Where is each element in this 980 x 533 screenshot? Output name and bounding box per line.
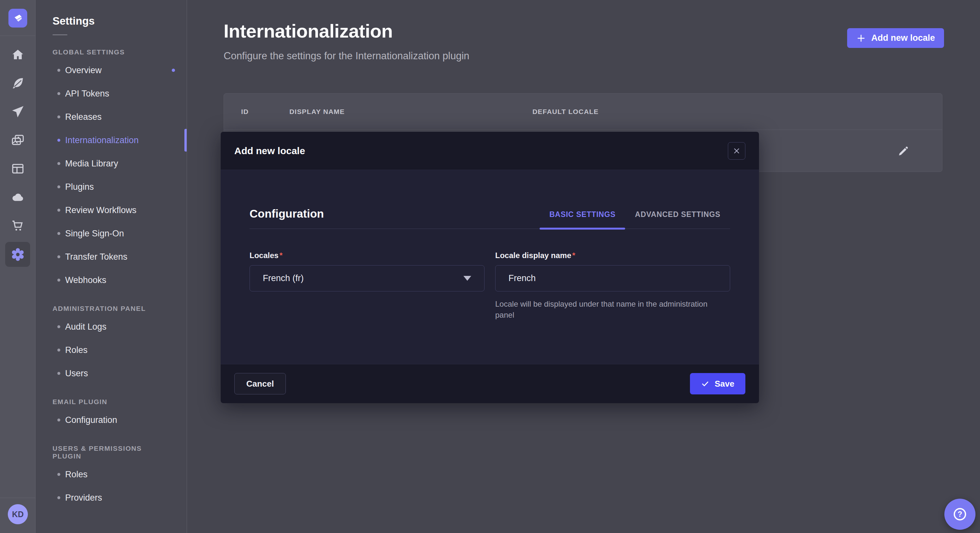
paper-plane-icon[interactable] <box>11 105 25 119</box>
sidebar-item-single-sign-on[interactable]: Single Sign-On <box>36 222 187 245</box>
table-header-row: IDDISPLAY NAMEDEFAULT LOCALE <box>224 94 942 130</box>
display-name-hint: Locale will be displayed under that name… <box>495 298 722 320</box>
bullet-icon <box>57 69 60 72</box>
bullet-icon <box>57 116 60 119</box>
cart-icon[interactable] <box>11 219 25 233</box>
nav-item-list: OverviewAPI TokensReleasesInternationali… <box>36 59 187 292</box>
add-locale-modal: Add new locale Configuration BASIC SETTI… <box>221 132 759 403</box>
bullet-icon <box>57 419 60 422</box>
pencil-icon <box>897 145 910 157</box>
plus-icon <box>856 33 866 43</box>
bullet-icon <box>57 372 60 375</box>
locales-label-text: Locales <box>250 251 278 260</box>
edit-locale-button[interactable] <box>897 145 910 157</box>
nav-section-label: ADMINISTRATION PANEL <box>52 305 170 313</box>
sidebar-item-label: Webhooks <box>65 275 106 285</box>
sidebar-item-label: Single Sign-On <box>65 228 124 239</box>
sidebar-item-providers[interactable]: Providers <box>36 486 187 509</box>
modal-fields-row: Locales* French (fr) Locale display name… <box>250 251 730 320</box>
nav-section-administration-panel: ADMINISTRATION PANELAudit LogsRolesUsers <box>36 305 187 385</box>
sidebar-item-label: Media Library <box>65 159 118 169</box>
save-button[interactable]: Save <box>690 373 745 394</box>
strapi-logo[interactable] <box>8 9 27 27</box>
bullet-icon <box>57 162 60 165</box>
locales-select[interactable]: French (fr) <box>250 265 485 292</box>
notification-dot <box>172 69 175 72</box>
sidebar-item-label: Users <box>65 368 88 379</box>
add-new-locale-label: Add new locale <box>871 33 935 43</box>
sidebar-item-internationalization[interactable]: Internationalization <box>36 128 187 152</box>
sidebar-item-configuration[interactable]: Configuration <box>36 408 187 431</box>
settings-title-underline <box>52 34 67 35</box>
sidebar-item-review-workflows[interactable]: Review Workflows <box>36 198 187 222</box>
locales-label: Locales* <box>250 251 485 260</box>
display-name-label-text: Locale display name <box>495 251 571 260</box>
sidebar-item-users[interactable]: Users <box>36 362 187 385</box>
page-subtitle: Configure the settings for the Internati… <box>224 50 980 62</box>
nav-section-global-settings: GLOBAL SETTINGSOverviewAPI TokensRelease… <box>36 48 187 292</box>
strapi-logo-icon <box>11 12 24 25</box>
help-icon: ? <box>952 506 968 522</box>
locales-field: Locales* French (fr) <box>250 251 485 320</box>
sidebar-item-api-tokens[interactable]: API Tokens <box>36 82 187 105</box>
sidebar-item-roles[interactable]: Roles <box>36 463 187 486</box>
sidebar-item-label: Overview <box>65 65 102 75</box>
nav-section-label: USERS & PERMISSIONS PLUGIN <box>52 444 170 460</box>
avatar[interactable]: KD <box>8 504 28 524</box>
home-icon[interactable] <box>11 48 25 62</box>
bullet-icon <box>57 473 60 476</box>
cancel-button[interactable]: Cancel <box>234 373 286 394</box>
settings-nav: Settings GLOBAL SETTINGSOverviewAPI Toke… <box>36 0 187 533</box>
bullet-icon <box>57 92 60 95</box>
sidebar-item-plugins[interactable]: Plugins <box>36 175 187 198</box>
settings-gear-icon[interactable] <box>5 242 30 267</box>
sidebar-item-label: Review Workflows <box>65 205 137 215</box>
nav-section-email-plugin: EMAIL PLUGINConfiguration <box>36 398 187 431</box>
rail-bottom-divider <box>0 498 35 498</box>
locales-select-value: French (fr) <box>263 273 304 283</box>
nav-section-label: GLOBAL SETTINGS <box>52 48 170 56</box>
cloud-icon[interactable] <box>11 190 25 204</box>
active-indicator <box>185 129 187 152</box>
sidebar-item-releases[interactable]: Releases <box>36 105 187 128</box>
bullet-icon <box>57 255 60 259</box>
close-modal-button[interactable] <box>728 142 745 160</box>
sidebar-item-roles[interactable]: Roles <box>36 338 187 362</box>
bullet-icon <box>57 325 60 328</box>
sidebar-item-media-library[interactable]: Media Library <box>36 152 187 175</box>
media-library-icon[interactable] <box>11 133 25 148</box>
sidebar-item-overview[interactable]: Overview <box>36 59 187 82</box>
bullet-icon <box>57 349 60 352</box>
close-icon <box>733 147 740 155</box>
avatar-initials: KD <box>12 510 24 519</box>
rail-icon-nav <box>0 48 35 262</box>
bullet-icon <box>57 139 60 142</box>
sidebar-item-webhooks[interactable]: Webhooks <box>36 268 187 292</box>
column-header-id: ID <box>241 108 290 116</box>
feather-icon[interactable] <box>11 76 25 90</box>
sidebar-item-label: Internationalization <box>65 135 139 145</box>
nav-sections: GLOBAL SETTINGSOverviewAPI TokensRelease… <box>36 48 187 509</box>
sidebar-item-transfer-tokens[interactable]: Transfer Tokens <box>36 245 187 268</box>
tab-advanced-settings[interactable]: ADVANCED SETTINGS <box>625 210 730 228</box>
tab-basic-settings[interactable]: BASIC SETTINGS <box>539 210 625 228</box>
add-new-locale-button[interactable]: Add new locale <box>847 28 944 48</box>
modal-body: Configuration BASIC SETTINGSADVANCED SET… <box>221 170 759 364</box>
sidebar-item-label: Transfer Tokens <box>65 252 127 262</box>
display-name-input[interactable] <box>495 265 730 292</box>
column-header-default-locale: DEFAULT LOCALE <box>533 108 598 116</box>
sidebar-item-label: Roles <box>65 345 88 355</box>
sidebar-item-label: Releases <box>65 112 102 122</box>
sidebar-item-audit-logs[interactable]: Audit Logs <box>36 315 187 338</box>
settings-nav-title: Settings <box>52 15 187 27</box>
rail-divider <box>0 36 35 36</box>
configuration-section-header: Configuration BASIC SETTINGSADVANCED SET… <box>250 207 730 229</box>
required-asterisk: * <box>279 251 282 260</box>
check-icon <box>701 379 710 388</box>
help-button[interactable]: ? <box>944 499 975 530</box>
bullet-icon <box>57 497 60 499</box>
sidebar-item-label: Providers <box>65 493 102 503</box>
app-root: KD Settings GLOBAL SETTINGSOverviewAPI T… <box>0 0 980 533</box>
modal-tabs: BASIC SETTINGSADVANCED SETTINGS <box>539 210 730 228</box>
layout-icon[interactable] <box>11 162 25 176</box>
